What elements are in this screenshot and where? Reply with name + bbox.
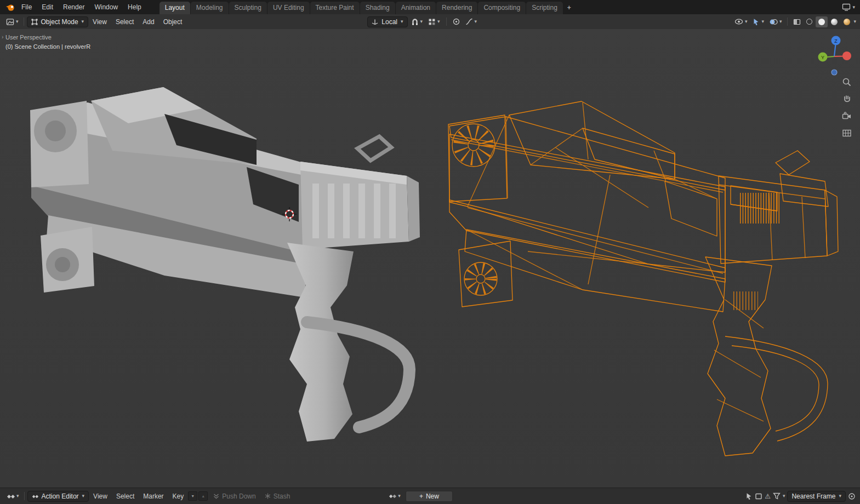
warning-icon[interactable]: ⚠: [765, 492, 771, 500]
viewport-side-tools: [842, 77, 852, 138]
tab-scripting[interactable]: Scripting: [526, 2, 563, 14]
menu-view[interactable]: View: [88, 16, 111, 27]
transform-orientation-selector[interactable]: Local ▾: [367, 16, 407, 27]
tab-rendering[interactable]: Rendering: [436, 2, 477, 14]
action-browse-icon: [389, 492, 396, 500]
falloff-curve-icon: [465, 18, 473, 25]
dope-sheet-icon: [7, 492, 15, 500]
workspace-tabs: Layout Modeling Sculpting UV Editing Tex…: [160, 0, 576, 14]
proportional-editing-toggle[interactable]: [451, 16, 462, 27]
filter-icon[interactable]: [773, 492, 781, 500]
model-wireframe-revolver[interactable]: [448, 101, 838, 456]
dope-sheet-header: ▾ Action Editor ▾ View Select Marker Key…: [0, 488, 860, 504]
menu-object[interactable]: Object: [159, 16, 187, 27]
proportional-toggle-icon[interactable]: [848, 492, 856, 500]
orientation-axes-icon: [372, 19, 378, 25]
frame-snap-selector[interactable]: Nearest Frame ▾: [787, 491, 846, 502]
axis-y-label: Y: [821, 55, 824, 60]
viewport-overlay-text: User Perspective (0) Scene Collection | …: [5, 33, 90, 51]
pointer-icon[interactable]: [745, 492, 753, 500]
separator: [787, 18, 788, 26]
camera-view-button[interactable]: [842, 111, 852, 121]
tab-texture-paint[interactable]: Texture Paint: [310, 2, 360, 14]
toolbar-expand-arrow[interactable]: ›: [2, 34, 3, 40]
xray-icon: [793, 18, 801, 26]
editor-type-selector-bottom[interactable]: ▾: [4, 491, 21, 502]
orientation-label: Local: [381, 18, 397, 26]
tab-modeling[interactable]: Modeling: [191, 2, 229, 14]
action-icon: [32, 493, 38, 500]
new-action-button[interactable]: + New: [406, 491, 453, 502]
chevron-down-icon: ▾: [779, 19, 782, 24]
add-workspace-button[interactable]: +: [563, 2, 575, 14]
shading-rendered-button[interactable]: [841, 16, 853, 27]
shading-solid-button[interactable]: [816, 16, 828, 27]
tab-shading[interactable]: Shading: [360, 2, 395, 14]
menu-marker[interactable]: Marker: [139, 491, 168, 502]
xray-toggle-button[interactable]: [791, 16, 803, 27]
tab-uv-editing[interactable]: UV Editing: [267, 2, 310, 14]
action-editor-mode-selector[interactable]: Action Editor ▾: [27, 491, 89, 502]
tab-layout[interactable]: Layout: [160, 2, 190, 14]
stash-button[interactable]: Stash: [260, 491, 295, 502]
menu-edit[interactable]: Edit: [37, 1, 58, 13]
chevron-down-icon: ▾: [437, 19, 440, 24]
menu-view-bottom[interactable]: View: [89, 491, 112, 502]
pan-hand-button[interactable]: [842, 94, 852, 104]
scene-selector-icon[interactable]: [842, 3, 851, 11]
snap-target-button[interactable]: ▾: [426, 16, 442, 27]
rendered-sphere-icon: [844, 19, 850, 25]
menu-render[interactable]: Render: [58, 1, 89, 13]
move-channel-down-button[interactable]: ▼: [188, 491, 197, 501]
tab-compositing[interactable]: Compositing: [478, 2, 526, 14]
move-channel-up-button[interactable]: ▲: [198, 491, 208, 501]
topbar: File Edit Render Window Help Layout Mode…: [0, 0, 860, 14]
menu-file[interactable]: File: [16, 1, 37, 13]
object-mode-icon: [31, 19, 38, 25]
menu-key[interactable]: Key: [168, 491, 189, 502]
push-down-label: Push Down: [222, 492, 255, 500]
chevron-down-icon: ▾: [16, 19, 19, 24]
solid-sphere-icon: [818, 19, 825, 25]
separator: [24, 492, 25, 500]
axis-negative-ball: [831, 70, 837, 75]
shading-material-button[interactable]: [828, 16, 840, 27]
tab-animation[interactable]: Animation: [396, 2, 436, 14]
snowflake-icon: [265, 493, 271, 499]
navigation-gizmo[interactable]: Z Y: [816, 34, 851, 77]
snap-toggle-button[interactable]: ▾: [409, 16, 425, 27]
separator: [446, 18, 447, 26]
blender-logo-icon[interactable]: [3, 3, 16, 12]
zoom-tool-button[interactable]: [842, 77, 852, 87]
shading-wireframe-button[interactable]: [804, 16, 815, 27]
menu-help[interactable]: Help: [123, 1, 146, 13]
stash-label: Stash: [274, 492, 291, 500]
plus-icon: +: [419, 492, 423, 500]
model-solid-revolver[interactable]: [30, 87, 420, 442]
chevron-down-icon: ▾: [82, 19, 84, 24]
browse-action-button[interactable]: ▾: [386, 491, 403, 501]
viewport-3d[interactable]: › User Perspective (0) Scene Collection …: [0, 29, 860, 488]
view-perspective-label: User Perspective: [5, 33, 90, 42]
proportional-circle-icon: [453, 18, 460, 25]
editor-type-selector[interactable]: ▾: [4, 16, 21, 27]
frame-box-icon[interactable]: [755, 492, 762, 500]
mode-selector[interactable]: Object Mode ▾: [27, 16, 89, 27]
menu-select-bottom[interactable]: Select: [112, 491, 139, 502]
proportional-falloff-button[interactable]: ▾: [463, 16, 480, 27]
chevron-down-icon[interactable]: ▾: [853, 19, 856, 24]
scene-canvas[interactable]: [0, 29, 860, 488]
tab-sculpting[interactable]: Sculpting: [229, 2, 267, 14]
chevron-down-icon: ▾: [839, 494, 841, 499]
show-overlays-button[interactable]: ▾: [767, 16, 784, 27]
menu-add[interactable]: Add: [138, 16, 158, 27]
menu-window[interactable]: Window: [89, 1, 123, 13]
chevron-down-icon[interactable]: ▾: [852, 5, 855, 10]
menu-select[interactable]: Select: [111, 16, 138, 27]
chevron-down-icon[interactable]: ▾: [783, 494, 785, 499]
show-gizmo-button[interactable]: ▾: [750, 16, 766, 27]
object-visibility-button[interactable]: ▾: [732, 16, 750, 27]
push-down-button[interactable]: Push Down: [209, 491, 260, 502]
overlays-icon: [769, 18, 778, 26]
ortho-grid-button[interactable]: [842, 128, 852, 138]
